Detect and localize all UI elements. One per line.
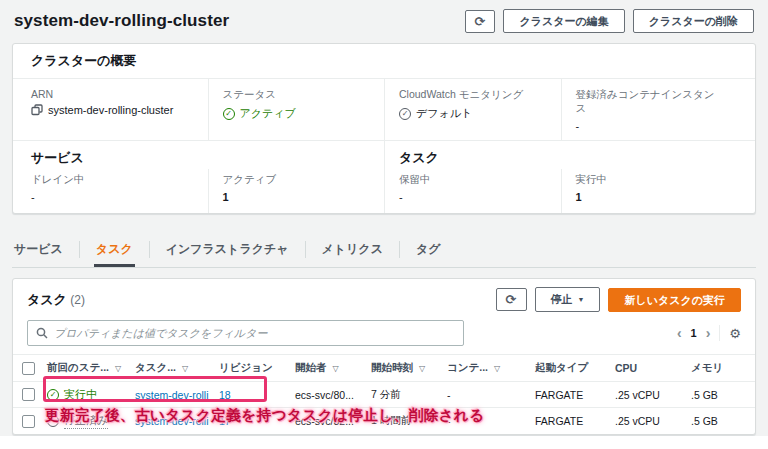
field-status: ステータス ✓ アクティブ [208,79,385,140]
field-label: ステータス [223,88,373,102]
stat-pending: 保留中 - [384,169,561,213]
overview-title: クラスターの概要 [31,53,137,68]
col-starter[interactable]: 開始者▽ [291,355,367,381]
row-checkbox[interactable] [22,415,35,428]
edit-cluster-button[interactable]: クラスターの編集 [503,9,624,33]
tab-metrics[interactable]: メトリクス [320,233,385,267]
stat-running: 実行中 1 [561,169,738,213]
tab-tasks[interactable]: タスク [94,233,135,267]
col-memory: メモリ [687,355,755,381]
sort-icon: ▽ [115,364,121,373]
tab-bar: サービス タスク インフラストラクチャ メトリクス タグ [12,233,756,268]
tasks-panel-title: タスク [27,292,67,307]
tab-separator [149,241,150,258]
field-arn: ARN system-dev-rolling-cluster [31,79,208,140]
tab-tags[interactable]: タグ [414,233,443,267]
divider [719,325,720,341]
check-circle-icon: ✓ [47,389,59,401]
chevron-down-icon: ▼ [578,296,585,303]
gear-icon[interactable]: ⚙ [729,327,741,340]
run-new-task-button[interactable]: 新しいタスクの実行 [608,288,741,312]
col-task[interactable]: タスク...▽ [131,355,215,381]
select-all-checkbox[interactable] [22,362,35,375]
stat-active: アクティブ 1 [208,169,385,213]
check-circle-icon: ✓ [223,108,235,120]
overview-stats: ドレイン中 - アクティブ 1 保留中 - 実行中 1 [13,169,755,213]
overview-header: クラスターの概要 [13,44,755,79]
refresh-icon: ⟳ [475,14,486,29]
memory-cell: .5 GB [687,382,755,408]
refresh-tasks-button[interactable]: ⟳ [496,288,527,311]
check-circle-icon: ✓ [399,108,411,120]
pagination: ‹ 1 › ⚙ [677,325,741,341]
tab-separator [399,241,400,258]
cluster-overview-card: クラスターの概要 ARN system-dev-rolling-cluster … [12,43,756,214]
copy-icon[interactable] [31,104,43,116]
filter-row: ‹ 1 › ⚙ [13,319,755,354]
current-page[interactable]: 1 [691,327,697,339]
bottom-strip [0,436,768,449]
cpu-cell: .25 vCPU [611,382,687,408]
refresh-button[interactable]: ⟳ [465,10,496,33]
start-time-cell: 7 分前 [367,381,443,409]
col-launch-type: 起動タイプ [531,355,611,381]
tab-separator [79,241,80,258]
col-start-time[interactable]: 開始時刻▽ [367,355,443,381]
stat-draining: ドレイン中 - [31,169,208,213]
tasks-panel-header: タスク (2) ⟳ 停止▼ 新しいタスクの実行 [13,279,755,319]
tasks-section-title: タスク [384,141,737,169]
next-page-icon[interactable]: › [706,326,711,340]
col-last-status[interactable]: 前回のステ...▽ [43,355,131,381]
page-title: system-dev-rolling-cluster [14,11,229,31]
sort-icon: ▽ [333,364,339,373]
registered-instances-value: - [576,120,726,132]
table-header: 前回のステ...▽ タスク...▽ リビジョン 開始者▽ 開始時刻▽ コンテ..… [13,354,755,382]
status-value: アクティブ [240,106,296,121]
field-label: ARN [31,88,196,100]
task-filter-input[interactable] [54,327,455,339]
table-row: ✓実行中 system-dev-rolli 18 ecs-svc/80... 7… [13,382,755,408]
header-actions: ⟳ クラスターの編集 クラスターの削除 [465,9,755,33]
arn-value: system-dev-rolling-cluster [48,104,173,116]
overview-section-titles: サービス タスク [13,140,755,169]
field-label: 登録済みコンテナインスタンス [576,88,726,116]
task-link[interactable]: system-dev-rolli [135,389,209,401]
revision-link[interactable]: 18 [219,389,231,401]
field-registered-instances: 登録済みコンテナインスタンス - [561,79,738,140]
row-checkbox[interactable] [22,388,35,401]
tasks-panel-actions: ⟳ 停止▼ 新しいタスクの実行 [496,287,741,312]
page-header: system-dev-rolling-cluster ⟳ クラスターの編集 クラ… [0,0,768,43]
annotation-text: 更新完了後、古いタスク定義を持つタスクは停止し、削除される [45,406,485,425]
tab-services[interactable]: サービス [12,233,65,267]
container-cell: - [443,382,531,408]
tasks-count: (2) [70,293,85,307]
delete-cluster-button[interactable]: クラスターの削除 [633,9,754,33]
task-status: 実行中 [64,387,97,402]
services-section-title: サービス [31,141,384,169]
overview-fields: ARN system-dev-rolling-cluster ステータス ✓ ア… [13,79,755,140]
stop-task-button[interactable]: 停止▼ [535,287,601,312]
col-revision[interactable]: リビジョン [215,355,291,381]
col-container[interactable]: コンテ...▽ [443,355,531,381]
prev-page-icon[interactable]: ‹ [677,326,682,340]
task-filter-box[interactable] [27,320,464,346]
refresh-icon: ⟳ [506,292,517,307]
starter-cell: ecs-svc/80... [291,382,367,408]
sort-icon: ▽ [494,364,500,373]
cpu-cell: .25 vCPU [611,408,687,434]
tab-infrastructure[interactable]: インフラストラクチャ [164,233,291,267]
memory-cell: .5 GB [687,408,755,434]
launch-type-cell: FARGATE [531,408,611,434]
tab-separator [305,241,306,258]
field-cloudwatch: CloudWatch モニタリング ✓ デフォルト [384,79,561,140]
col-cpu: CPU [611,356,687,380]
cloudwatch-value: デフォルト [416,106,472,121]
field-label: CloudWatch モニタリング [399,88,549,102]
sort-icon: ▽ [182,364,188,373]
sort-icon: ▽ [419,364,425,373]
search-icon [36,327,48,339]
launch-type-cell: FARGATE [531,382,611,408]
